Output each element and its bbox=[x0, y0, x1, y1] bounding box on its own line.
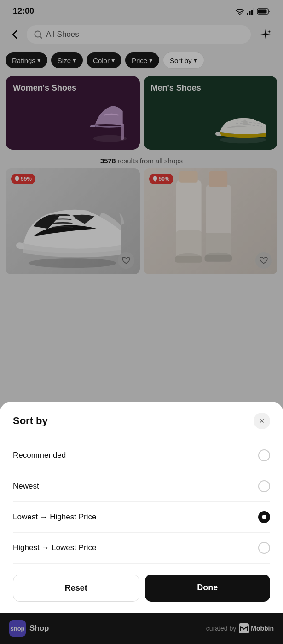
sort-option-highest-lowest-label: Highest → Lowest Price bbox=[13, 543, 96, 552]
sort-option-newest[interactable]: Newest bbox=[13, 471, 270, 502]
sort-sheet-title: Sort by bbox=[13, 415, 48, 427]
sort-option-lowest-highest-radio bbox=[258, 511, 270, 523]
sort-option-newest-label: Newest bbox=[13, 482, 39, 491]
sort-option-lowest-highest[interactable]: Lowest → Highest Price bbox=[13, 502, 270, 533]
sort-option-recommended-radio bbox=[258, 449, 270, 461]
sort-option-recommended[interactable]: Recommended bbox=[13, 440, 270, 471]
sort-sheet-close-button[interactable]: × bbox=[254, 413, 270, 429]
reset-button[interactable]: Reset bbox=[13, 575, 139, 602]
sort-option-lowest-highest-label: Lowest → Highest Price bbox=[13, 512, 96, 522]
sort-actions: Reset Done bbox=[13, 575, 270, 602]
sort-option-highest-lowest[interactable]: Highest → Lowest Price bbox=[13, 533, 270, 564]
sort-sheet-header: Sort by × bbox=[13, 413, 270, 429]
sort-by-sheet: Sort by × Recommended Newest Lowest → Hi… bbox=[0, 402, 283, 613]
sort-option-highest-lowest-radio bbox=[258, 542, 270, 554]
sort-option-newest-radio bbox=[258, 480, 270, 492]
sort-option-recommended-label: Recommended bbox=[13, 451, 66, 460]
done-button[interactable]: Done bbox=[145, 575, 271, 602]
